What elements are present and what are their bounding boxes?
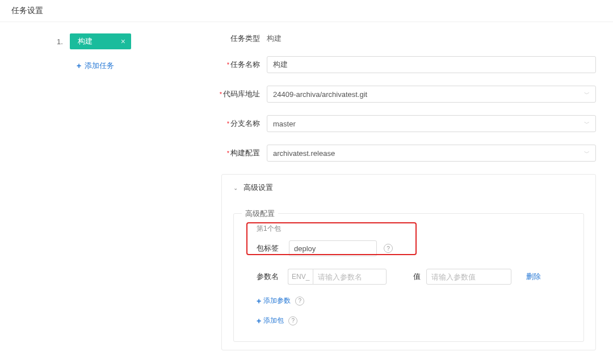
sidebar: 1. 构建 × + 添加任务 [0,33,193,350]
param-name-input[interactable] [313,269,387,285]
page-title: 任务设置 [0,0,613,22]
chevron-down-icon: ⌄ [233,185,238,191]
step-number: 1. [57,37,63,46]
label-repo: *代码库地址 [193,89,267,99]
row-build-config: *构建配置 archivatest.release ﹀ [193,145,596,162]
row-task-name: *任务名称 [193,56,596,73]
add-task-label: 添加任务 [85,61,114,71]
branch-select[interactable]: master ﹀ [267,115,596,132]
label-package-tag: 包标签 [257,243,282,253]
add-package-row: + 添加包 ? [257,316,572,325]
plus-icon: + [257,297,261,306]
label-param-value: 值 [409,272,421,282]
main-form: 任务类型 构建 *任务名称 *代码库地址 24409-archiva/archi… [193,33,613,350]
value-task-type: 构建 [267,33,282,44]
label-build-config: *构建配置 [193,148,267,158]
add-param-row: + 添加参数 ? [245,296,572,306]
package-tag-input[interactable] [289,240,377,256]
advanced-settings-toggle[interactable]: ⌄ 高级设置 [233,183,584,193]
plus-icon: + [257,316,261,325]
repo-select[interactable]: 24409-archiva/archivatest.git ﹀ [267,86,596,103]
step-chip-label: 构建 [78,36,110,46]
param-prefix: ENV_ [288,269,313,285]
package-tag-row: 包标签 ? [257,240,572,256]
add-param-button[interactable]: + 添加参数 [257,296,291,306]
label-param-name: 参数名 [257,272,282,282]
row-task-type: 任务类型 构建 [193,33,596,44]
label-task-name: *任务名称 [193,60,267,70]
step-row: 1. 构建 × [57,33,193,49]
plus-icon: + [77,61,81,70]
label-task-type: 任务类型 [193,33,267,44]
add-param-label: 添加参数 [263,296,291,306]
package-index-label: 第1个包 [257,224,572,234]
add-package-label: 添加包 [263,316,284,325]
build-config-value: archivatest.release [273,149,335,158]
task-name-input[interactable] [267,56,596,73]
add-task-button[interactable]: + 添加任务 [57,61,193,71]
chevron-down-icon: ﹀ [584,90,590,98]
content: 1. 构建 × + 添加任务 任务类型 构建 *任务名称 *代码库地址 2440… [0,22,613,362]
add-package-button[interactable]: + 添加包 [257,316,284,325]
close-icon[interactable]: × [121,37,125,46]
advanced-settings-section: ⌄ 高级设置 高级配置 第1个包 包标签 ? 参数名 ENV_ [221,174,596,350]
step-chip-build[interactable]: 构建 × [70,33,131,49]
param-name-input-group: ENV_ [288,269,387,285]
chevron-down-icon: ﹀ [584,149,590,157]
advanced-box-title: 高级配置 [242,209,278,219]
repo-value: 24409-archiva/archivatest.git [273,90,367,99]
help-icon[interactable]: ? [295,297,304,306]
row-branch: *分支名称 master ﹀ [193,115,596,132]
build-config-select[interactable]: archivatest.release ﹀ [267,145,596,162]
help-icon[interactable]: ? [288,316,297,325]
param-value-input[interactable] [426,269,511,285]
delete-param-button[interactable]: 删除 [526,272,541,282]
branch-value: master [273,120,296,128]
param-row: 参数名 ENV_ 值 删除 [257,269,572,285]
advanced-title: 高级设置 [243,183,273,193]
help-icon[interactable]: ? [384,244,393,253]
label-branch: *分支名称 [193,118,267,129]
chevron-down-icon: ﹀ [584,120,590,128]
row-repo: *代码库地址 24409-archiva/archivatest.git ﹀ [193,86,596,103]
advanced-config-box: 高级配置 第1个包 包标签 ? 参数名 ENV_ 值 删除 [233,213,584,342]
